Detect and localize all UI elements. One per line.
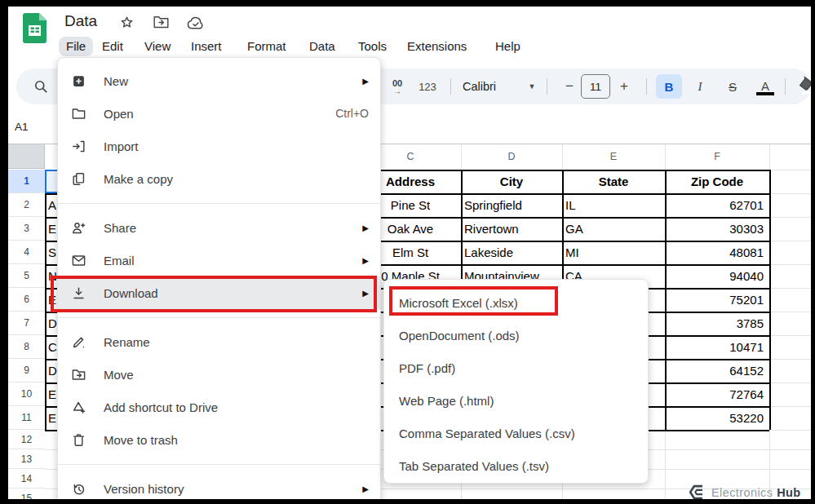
file-menu-item-email[interactable]: Email▶: [58, 244, 380, 276]
rename-pencil-icon: [70, 334, 86, 350]
header-cell-state[interactable]: State: [562, 170, 665, 193]
cell-f4[interactable]: 48081: [665, 241, 769, 264]
cell-f10[interactable]: 72764: [665, 382, 769, 406]
decrease-font-size-button[interactable]: −: [560, 69, 579, 104]
file-menu-item-move-to-trash[interactable]: Move to trash: [58, 423, 380, 456]
number-format-button[interactable]: 123: [413, 69, 442, 104]
row-header-13[interactable]: 13: [8, 449, 45, 469]
menubar-item-format[interactable]: Format: [240, 37, 294, 56]
cell-e3[interactable]: GA: [562, 217, 665, 241]
cell-f8[interactable]: 10471: [665, 335, 769, 359]
menubar-item-tools[interactable]: Tools: [351, 37, 394, 56]
cell-f9[interactable]: 64152: [665, 359, 769, 382]
file-menu-item-move[interactable]: Move: [58, 358, 380, 391]
row-header-5[interactable]: 5: [8, 264, 45, 288]
cell-d4[interactable]: Lakeside: [461, 241, 562, 264]
file-menu-item-rename[interactable]: Rename: [58, 325, 380, 358]
cell-d3[interactable]: Rivertown: [461, 217, 562, 241]
import-icon: [70, 138, 86, 154]
shortcut-label: Ctrl+O: [335, 107, 369, 120]
download-submenu-item-pdf-pdf-[interactable]: PDF (.pdf): [384, 351, 648, 384]
menubar-item-edit[interactable]: Edit: [95, 37, 131, 56]
menu-divider: [58, 464, 380, 465]
menubar-item-data[interactable]: Data: [302, 37, 343, 56]
drive-add-shortcut-icon: [70, 399, 86, 415]
menubar-item-help[interactable]: Help: [488, 37, 528, 56]
select-all-corner[interactable]: [8, 144, 45, 169]
frame-bar-left: [0, 0, 8, 504]
cloud-status-icon[interactable]: [187, 16, 205, 29]
column-header-f[interactable]: F: [665, 144, 769, 169]
increase-decimal-icon[interactable]: 00 →: [385, 69, 410, 104]
row-header-7[interactable]: 7: [8, 312, 45, 335]
row-header-14[interactable]: 14: [8, 469, 45, 489]
italic-button[interactable]: I: [689, 69, 711, 104]
file-menu-item-new[interactable]: New▶: [58, 64, 380, 97]
menubar-item-view[interactable]: View: [137, 37, 178, 56]
file-menu-item-share[interactable]: Share▶: [58, 211, 380, 244]
header-cell-city[interactable]: City: [461, 170, 562, 193]
menubar-item-file[interactable]: File: [59, 37, 93, 56]
download-submenu-item-tab-separated-values-tsv-[interactable]: Tab Separated Values (.tsv): [384, 449, 648, 482]
cell-f6[interactable]: 75201: [665, 288, 769, 312]
font-name-select[interactable]: Calibri: [463, 69, 520, 104]
row-header-10[interactable]: 10: [8, 382, 45, 406]
share-person-add-icon: [70, 219, 86, 236]
menubar-item-insert[interactable]: Insert: [184, 37, 229, 56]
column-header-e[interactable]: E: [562, 144, 665, 169]
bold-button[interactable]: B: [656, 74, 682, 99]
electronics-hub-icon: [688, 484, 706, 501]
move-document-icon[interactable]: [153, 15, 169, 29]
row-header-1[interactable]: 1: [8, 170, 45, 193]
download-submenu-item-web-page-html-[interactable]: Web Page (.html): [384, 384, 648, 417]
header-cell-zip[interactable]: Zip Code: [665, 170, 769, 193]
move-folder-icon: [70, 366, 86, 382]
document-title[interactable]: Data: [64, 12, 97, 30]
file-menu-item-open[interactable]: OpenCtrl+O: [58, 97, 380, 130]
table-border: [665, 170, 667, 430]
make-a-copy-icon: [70, 170, 86, 187]
search-icon[interactable]: [33, 78, 49, 95]
cell-f7[interactable]: 3785: [665, 312, 769, 335]
file-menu-item-add-shortcut-to-drive[interactable]: Add shortcut to Drive: [58, 391, 380, 423]
menubar-item-extensions[interactable]: Extensions: [400, 37, 474, 56]
star-icon[interactable]: [119, 15, 135, 30]
cell-f2[interactable]: 62701: [665, 193, 769, 217]
cell-e4[interactable]: MI: [562, 241, 665, 264]
name-box[interactable]: A1: [15, 121, 29, 133]
cell-f3[interactable]: 30303: [665, 217, 769, 241]
font-dropdown-icon[interactable]: ▼: [525, 69, 538, 104]
cell-f11[interactable]: 53220: [665, 406, 769, 430]
row-header-3[interactable]: 3: [8, 217, 45, 241]
row-header-8[interactable]: 8: [8, 335, 45, 359]
download-submenu-item-opendocument-ods-[interactable]: OpenDocument (.ods): [384, 319, 648, 351]
trash-icon: [70, 431, 86, 448]
download-submenu-item-comma-separated-values-csv-[interactable]: Comma Separated Values (.csv): [384, 417, 648, 449]
row-header-2[interactable]: 2: [8, 193, 45, 217]
menu-divider: [58, 203, 380, 204]
cell-e2[interactable]: IL: [562, 193, 665, 217]
toolbar-divider: [646, 78, 647, 95]
text-color-swatch: [756, 92, 774, 95]
cell-f5[interactable]: 94040: [665, 264, 769, 288]
row-header-6[interactable]: 6: [8, 288, 45, 312]
submenu-arrow-icon: ▶: [362, 484, 369, 493]
row-header-12[interactable]: 12: [8, 430, 45, 449]
new-spreadsheet-icon: [70, 73, 86, 89]
column-header-d[interactable]: D: [461, 144, 562, 169]
row-header-9[interactable]: 9: [8, 359, 45, 382]
text-color-button[interactable]: A: [754, 71, 777, 100]
increase-font-size-button[interactable]: +: [613, 69, 635, 104]
table-border: [45, 170, 47, 430]
google-sheets-logo[interactable]: [23, 13, 47, 44]
cell-d2[interactable]: Springfield: [461, 193, 562, 217]
excel-highlight-box: [389, 286, 558, 316]
menu-divider: [58, 317, 380, 318]
font-size-input[interactable]: 11: [581, 74, 610, 99]
row-header-4[interactable]: 4: [8, 241, 45, 264]
strikethrough-button[interactable]: S: [721, 69, 744, 104]
frame-bar-top: [0, 0, 815, 7]
file-menu-item-make-a-copy[interactable]: Make a copy: [58, 162, 380, 195]
file-menu-item-import[interactable]: Import: [58, 130, 380, 162]
row-header-11[interactable]: 11: [8, 406, 45, 430]
